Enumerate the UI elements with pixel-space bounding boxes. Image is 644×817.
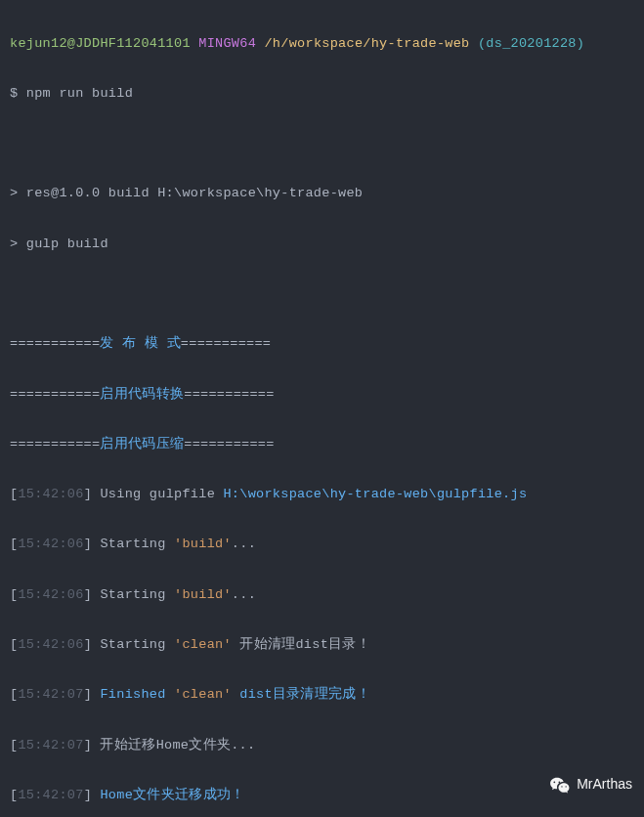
terminal-output: kejun12@JDDHF112041101 MINGW64 /h/worksp… [0,0,644,817]
branch-close: ) [577,36,584,51]
branch-name: ds_20201228 [486,36,576,51]
shell-env: MINGW64 [198,36,256,51]
command-text: npm run build [26,86,133,101]
log-line: [15:42:06] Starting 'build'... [10,582,634,608]
banner-publish: 发 布 模 式 [100,336,180,351]
log-line: [15:42:06] Starting 'clean' 开始清理dist目录！ [10,632,634,658]
banner-transform: 启用代码转换 [100,387,184,402]
banner-compress: 启用代码压缩 [100,437,184,452]
log-line: [15:42:06] Using gulpfile H:\workspace\h… [10,482,634,507]
wechat-icon [549,776,571,794]
log-line: [15:42:07] 开始迁移Home文件夹... [10,733,634,758]
current-path: /h/workspace/hy-trade-web [264,36,469,51]
npm-header-1: > res@1.0.0 build H:\workspace\hy-trade-… [10,181,634,206]
log-line: [15:42:07] Finished 'clean' dist目录清理完成！ [10,682,634,708]
log-line: [15:42:07] Home文件夹迁移成功！ [10,783,634,808]
user-host: kejun12@JDDHF112041101 [10,36,191,51]
npm-header-2: > gulp build [10,232,634,257]
watermark: MrArthas [549,771,632,797]
prompt-sign: $ [10,86,26,101]
watermark-text: MrArthas [577,771,632,797]
log-line: [15:42:06] Starting 'build'... [10,532,634,557]
